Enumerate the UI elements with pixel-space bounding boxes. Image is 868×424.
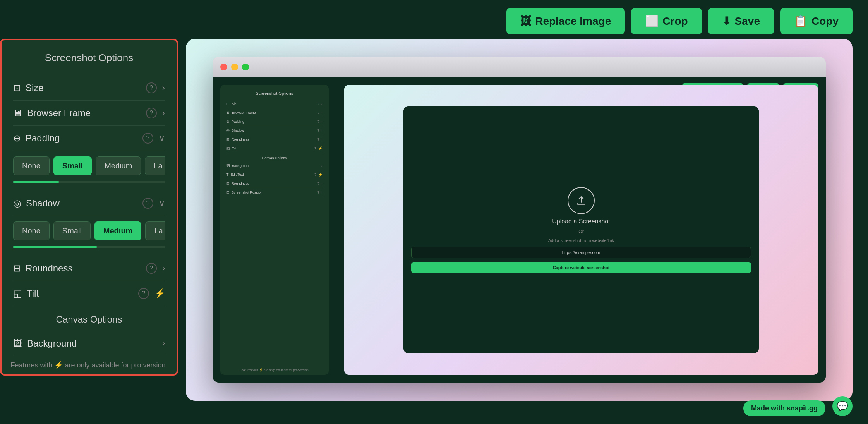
- inner-tilt-row: ◱ Tilt ? ⚡: [226, 144, 322, 153]
- tilt-option-right: ? ⚡: [138, 288, 165, 299]
- inner-tilt-help: ?: [314, 146, 316, 150]
- inner-size-left: ⊡ Size: [226, 102, 238, 106]
- roundness-arrow-icon[interactable]: ›: [162, 263, 165, 273]
- padding-small-button[interactable]: Small: [53, 156, 92, 175]
- shadow-option-right: ? ∨: [142, 198, 165, 209]
- inner-padding-label: Padding: [232, 120, 244, 124]
- url-input[interactable]: [411, 247, 751, 258]
- browser-frame-icon: 🖥: [13, 108, 22, 118]
- capture-button[interactable]: Capture website screenshot: [411, 262, 751, 273]
- replace-image-icon: 🖼: [520, 15, 531, 27]
- padding-icon: ⊕: [13, 133, 21, 144]
- shadow-none-button[interactable]: None: [13, 221, 50, 240]
- inner-shadow-label: Shadow: [232, 129, 244, 132]
- canvas-options-title: Canvas Options: [13, 314, 165, 325]
- browser-frame-option-right: ? ›: [146, 108, 165, 118]
- padding-slider[interactable]: [13, 181, 165, 183]
- bolt-icon: ⚡: [54, 361, 63, 369]
- roundness-help-icon[interactable]: ?: [146, 263, 157, 274]
- inner-padding-arrow: ›: [321, 120, 322, 124]
- inner-bg-left: 🖼 Background: [226, 164, 250, 168]
- inner-screenshot-pos-right: ? ›: [317, 191, 322, 194]
- inner-size-label: Size: [232, 102, 238, 106]
- shadow-slider[interactable]: [13, 246, 165, 248]
- padding-none-button[interactable]: None: [13, 156, 50, 175]
- inner-roundness-help: ?: [317, 137, 319, 141]
- shadow-help-icon[interactable]: ?: [142, 198, 153, 209]
- inner-tilt-label: Tilt: [232, 146, 237, 150]
- padding-help-icon[interactable]: ?: [142, 133, 153, 144]
- traffic-light-yellow[interactable]: [231, 64, 238, 70]
- shadow-medium-button[interactable]: Medium: [94, 221, 142, 240]
- inner-size-row: ⊡ Size ? ›: [226, 100, 322, 108]
- inner-shadow-help: ?: [317, 129, 319, 132]
- crop-icon: ⬜: [645, 15, 659, 27]
- inner-roundness2-icon: ⊞: [226, 182, 230, 185]
- padding-option-row: ⊕ Padding ? ∨: [13, 126, 165, 151]
- inner-roundness2-left: ⊞ Roundness: [226, 182, 249, 185]
- shadow-option-left: ◎ Shadow: [13, 198, 60, 209]
- shadow-option-row: ◎ Shadow ? ∨: [13, 191, 165, 216]
- shadow-label: Shadow: [26, 198, 60, 209]
- inner-bg-arrow: ›: [321, 164, 322, 168]
- padding-large-button[interactable]: La: [145, 156, 165, 175]
- save-icon: ⬇: [722, 15, 731, 27]
- shadow-large-button[interactable]: La: [145, 221, 165, 240]
- tilt-bolt-icon: ⚡: [154, 288, 165, 299]
- shadow-icon: ◎: [13, 198, 21, 209]
- inner-padding-right: ? ›: [317, 120, 322, 124]
- inner-browser-frame-right: ? ›: [317, 111, 322, 115]
- inner-bg-right: ›: [321, 164, 322, 168]
- padding-medium-button[interactable]: Medium: [96, 156, 141, 175]
- inner-tilt-bolt: ⚡: [318, 146, 322, 150]
- background-arrow-icon[interactable]: ›: [162, 338, 165, 348]
- size-arrow-icon[interactable]: ›: [162, 83, 165, 93]
- size-icon: ⊡: [13, 82, 21, 93]
- tilt-icon: ◱: [13, 288, 22, 299]
- shadow-small-button[interactable]: Small: [53, 221, 91, 240]
- browser-frame-option-left: 🖥 Browser Frame: [13, 108, 91, 118]
- inner-screenshot-pos-help: ?: [317, 191, 319, 194]
- inner-edittext-icon: T: [226, 173, 229, 177]
- upload-or: Or: [578, 229, 583, 234]
- tilt-help-icon[interactable]: ?: [138, 288, 149, 299]
- inner-bg-label: Background: [232, 164, 250, 168]
- inner-edittext-row: T Edit Text ? ⚡: [226, 170, 322, 179]
- inner-browser-help: ?: [317, 111, 319, 115]
- size-option-left: ⊡ Size: [13, 82, 44, 93]
- inner-shadow-row: ◎ Shadow ? ›: [226, 126, 322, 135]
- panel-title: Screenshot Options: [13, 52, 165, 64]
- inner-roundness2-right: ? ›: [317, 182, 322, 185]
- inner-roundness2-help: ?: [317, 182, 319, 185]
- inner-roundness2-label: Roundness: [232, 182, 249, 185]
- copy-label: Copy: [811, 15, 839, 27]
- size-label: Size: [26, 82, 44, 93]
- padding-chevron-icon[interactable]: ∨: [159, 133, 165, 143]
- size-help-icon[interactable]: ?: [146, 82, 157, 93]
- chat-bubble[interactable]: 💬: [832, 396, 853, 416]
- inner-edittext-left: T Edit Text: [226, 173, 244, 177]
- crop-button[interactable]: ⬜ Crop: [631, 8, 702, 34]
- roundness-option-left: ⊞ Roundness: [13, 263, 72, 274]
- browser-content: 🖼 Try demo image ⬇ Save 📋 Copy Screensho…: [213, 77, 826, 383]
- traffic-light-red[interactable]: [220, 64, 227, 70]
- roundness-option-row: ⊞ Roundness ? ›: [13, 256, 165, 281]
- copy-button[interactable]: 📋 Copy: [780, 8, 853, 34]
- footer-note-text: are only available for pro version.: [65, 361, 167, 369]
- replace-image-button[interactable]: 🖼 Replace Image: [506, 8, 625, 34]
- inner-panel-footer: Features with ⚡ are only available for p…: [220, 368, 329, 372]
- traffic-light-green[interactable]: [242, 64, 249, 70]
- browser-frame-help-icon[interactable]: ?: [146, 108, 157, 118]
- inner-size-right: ? ›: [317, 102, 322, 106]
- inner-padding-left: ⊕ Padding: [226, 120, 244, 124]
- inner-tilt-left: ◱ Tilt: [226, 146, 237, 150]
- inner-edittext-right: ? ⚡: [314, 173, 322, 177]
- padding-label: Padding: [26, 133, 60, 144]
- browser-frame-arrow-icon[interactable]: ›: [162, 108, 165, 118]
- inner-bg-row: 🖼 Background ›: [226, 161, 322, 170]
- inner-edittext-bolt: ⚡: [318, 173, 322, 177]
- save-button[interactable]: ⬇ Save: [708, 8, 774, 34]
- shadow-chevron-icon[interactable]: ∨: [159, 198, 165, 208]
- browser-frame-label: Browser Frame: [27, 108, 91, 118]
- inner-size-arrow: ›: [321, 102, 322, 106]
